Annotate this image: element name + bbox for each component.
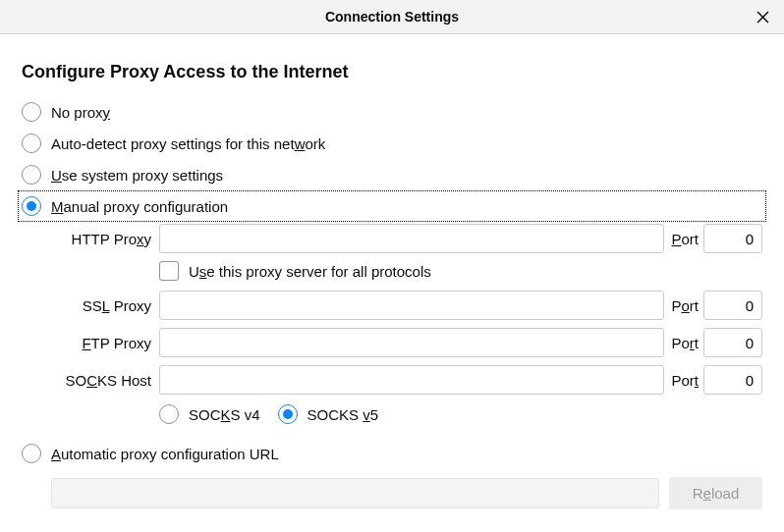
radio-manual-proxy-label: Manual proxy configuration bbox=[51, 198, 228, 215]
radio-icon bbox=[22, 133, 41, 153]
dialog-title: Connection Settings bbox=[325, 9, 459, 25]
row-socks-version: SOCKS v4 SOCKS v5 bbox=[159, 402, 762, 424]
checkbox-use-all-label: Use this proxy server for all protocols bbox=[189, 263, 431, 280]
radio-manual-proxy[interactable]: Manual proxy configuration bbox=[18, 190, 766, 222]
socks-port-input[interactable] bbox=[703, 365, 762, 395]
socks-host-input[interactable] bbox=[159, 365, 664, 395]
auto-url-block: Reload bbox=[22, 477, 762, 509]
radio-socks-v5[interactable]: SOCKS v5 bbox=[278, 404, 379, 424]
ssl-port-label: Port bbox=[664, 297, 703, 314]
reload-button: Reload bbox=[669, 477, 762, 509]
radio-socks-v4[interactable]: SOCKS v4 bbox=[159, 404, 260, 424]
radio-icon bbox=[159, 404, 179, 424]
radio-auto-detect[interactable]: Auto-detect proxy settings for this netw… bbox=[22, 128, 762, 159]
ftp-proxy-label: FTP Proxy bbox=[51, 335, 159, 351]
ftp-port-label: Port bbox=[664, 335, 703, 351]
row-http-proxy: HTTP Proxy Port bbox=[51, 224, 762, 253]
close-button[interactable] bbox=[751, 5, 774, 28]
radio-no-proxy-label: No proxy bbox=[51, 104, 110, 121]
dialog-content: Configure Proxy Access to the Internet N… bbox=[0, 34, 784, 509]
radio-icon bbox=[22, 102, 41, 122]
row-ssl-proxy: SSL Proxy Port bbox=[51, 291, 762, 320]
checkbox-use-all-protocols[interactable]: Use this proxy server for all protocols bbox=[159, 261, 762, 281]
http-port-input[interactable] bbox=[703, 224, 762, 253]
radio-use-system[interactable]: Use system proxy settings bbox=[22, 159, 762, 190]
http-proxy-input[interactable] bbox=[159, 224, 664, 253]
ssl-port-input[interactable] bbox=[703, 291, 762, 320]
close-icon bbox=[756, 11, 769, 24]
row-socks-host: SOCKS Host Port bbox=[51, 365, 762, 395]
http-port-label: Port bbox=[664, 231, 703, 247]
auto-url-input bbox=[51, 478, 659, 508]
ssl-proxy-input[interactable] bbox=[159, 291, 664, 320]
ftp-port-input[interactable] bbox=[703, 328, 762, 357]
section-heading: Configure Proxy Access to the Internet bbox=[22, 62, 762, 82]
radio-auto-url-label: Automatic proxy configuration URL bbox=[51, 446, 279, 462]
row-ftp-proxy: FTP Proxy Port bbox=[51, 328, 762, 357]
radio-auto-detect-label: Auto-detect proxy settings for this netw… bbox=[51, 135, 325, 152]
radio-icon bbox=[22, 196, 41, 216]
ssl-proxy-label: SSL Proxy bbox=[51, 297, 159, 314]
radio-icon bbox=[22, 165, 41, 185]
ftp-proxy-input[interactable] bbox=[159, 328, 664, 357]
titlebar: Connection Settings bbox=[0, 0, 784, 34]
socks-port-label: Port bbox=[664, 372, 703, 389]
radio-icon bbox=[22, 444, 41, 463]
socks-host-label: SOCKS Host bbox=[51, 372, 159, 389]
radio-no-proxy[interactable]: No proxy bbox=[22, 96, 762, 128]
socks-v4-label: SOCKS v4 bbox=[189, 406, 260, 423]
checkbox-icon bbox=[159, 261, 179, 281]
radio-auto-url[interactable]: Automatic proxy configuration URL bbox=[22, 438, 762, 469]
radio-icon bbox=[278, 404, 298, 424]
http-proxy-label: HTTP Proxy bbox=[51, 231, 159, 247]
radio-use-system-label: Use system proxy settings bbox=[51, 167, 223, 184]
socks-v5-label: SOCKS v5 bbox=[308, 406, 379, 423]
manual-proxy-block: HTTP Proxy Port Use this proxy server fo… bbox=[22, 224, 762, 424]
